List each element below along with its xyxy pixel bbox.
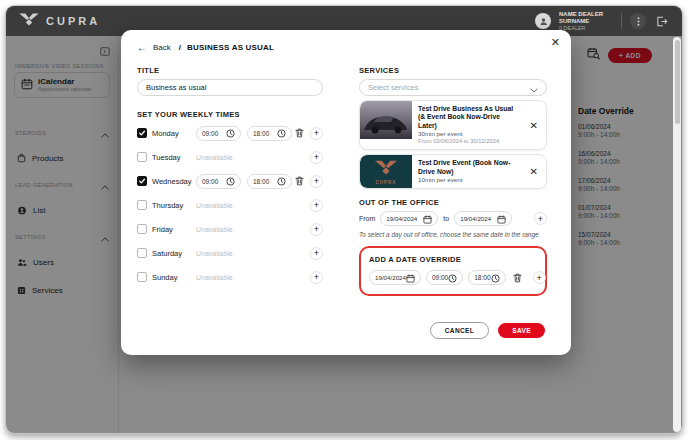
start-time-input[interactable]: 09:00: [196, 174, 241, 189]
clock-icon: [448, 269, 457, 287]
cupra-wordmark: CUPRA: [375, 180, 396, 185]
unavailable-text: Unavailable: [196, 274, 233, 281]
services-select[interactable]: Select services: [359, 79, 547, 96]
add-time-button[interactable]: +: [310, 247, 323, 260]
user-name: NAME DEALER SURNAME: [559, 11, 613, 25]
save-button[interactable]: SAVE: [498, 323, 545, 338]
add-time-button[interactable]: +: [310, 223, 323, 236]
day-label: Thursday: [152, 201, 196, 210]
service-card: Test Drive Business As Usual (& Event Bo…: [359, 100, 547, 150]
out-of-office-note: To select a day out of office, choose th…: [359, 231, 547, 238]
day-times: 09:0018:00: [196, 174, 293, 189]
time-value: 09:00: [202, 178, 218, 185]
page-title: BUSINESS AS USUAL: [187, 43, 274, 52]
clock-icon: [277, 172, 286, 190]
title-input[interactable]: Business as usual: [137, 79, 323, 96]
title-input-value: Business as usual: [146, 83, 206, 92]
to-date-input[interactable]: 19/04/2024: [454, 211, 512, 226]
title-label: TITLE: [137, 66, 323, 75]
weekly-day-row-tuesday: TuesdayUnavailable+: [137, 149, 323, 165]
day-times: 09:0018:00: [196, 126, 293, 141]
back-link[interactable]: Back: [153, 43, 171, 52]
unavailable-text: Unavailable: [196, 226, 233, 233]
add-out-of-office-button[interactable]: +: [534, 212, 547, 225]
override-start-value: 09:00: [432, 274, 448, 281]
weekly-day-row-saturday: SaturdayUnavailable+: [137, 245, 323, 261]
remove-service-icon[interactable]: ✕: [522, 120, 546, 131]
add-time-button[interactable]: +: [310, 151, 323, 164]
day-times: Unavailable: [196, 226, 308, 233]
unavailable-text: Unavailable: [196, 154, 233, 161]
user-meta: NAME DEALER SURNAME 0 DEALER: [559, 11, 613, 31]
trash-icon[interactable]: [295, 128, 304, 138]
chevron-down-icon: [530, 79, 538, 97]
services-select-placeholder: Select services: [368, 83, 418, 92]
start-time-input[interactable]: 09:00: [196, 126, 241, 141]
kebab-menu-icon[interactable]: [630, 13, 646, 29]
remove-service-icon[interactable]: ✕: [522, 166, 546, 177]
breadcrumb: ← Back / BUSINESS AS USUAL: [137, 42, 274, 53]
add-time-button[interactable]: +: [310, 127, 323, 140]
weekly-times-label: SET YOUR WEEKLY TIMES: [137, 110, 323, 119]
override-end-time-input[interactable]: 18:00: [468, 270, 505, 285]
day-times: Unavailable: [196, 250, 308, 257]
logout-icon[interactable]: [654, 13, 670, 29]
override-start-time-input[interactable]: 09:00: [426, 270, 463, 285]
add-date-override-label: ADD A DATE OVERRIDE: [369, 255, 537, 264]
from-date-input[interactable]: 19/04/2024: [380, 211, 438, 226]
day-checkbox[interactable]: [137, 176, 147, 186]
unavailable-text: Unavailable: [196, 250, 233, 257]
edit-availability-modal: ✕ ← Back / BUSINESS AS USUAL TITLE Busin…: [121, 30, 571, 355]
day-label: Saturday: [152, 249, 196, 258]
cupra-trident-icon: [373, 159, 399, 179]
override-date-input[interactable]: 19/04/2024: [369, 270, 421, 285]
weekly-day-row-thursday: ThursdayUnavailable+: [137, 197, 323, 213]
cancel-button[interactable]: CANCEL: [430, 322, 489, 339]
day-label: Monday: [152, 129, 196, 138]
back-arrow-icon[interactable]: ←: [137, 42, 147, 53]
calendar-icon: [497, 210, 506, 228]
end-time-input[interactable]: 18:00: [247, 126, 292, 141]
day-label: Sunday: [152, 273, 196, 282]
time-value: 09:00: [202, 130, 218, 137]
day-checkbox[interactable]: [137, 272, 147, 282]
service-date-range: From 03/06/2024 to 30/12/2024: [418, 138, 518, 145]
day-checkbox[interactable]: [137, 224, 147, 234]
override-date-value: 19/04/2024: [375, 274, 406, 281]
clock-icon: [277, 124, 286, 142]
to-label: to: [443, 215, 449, 222]
add-time-button[interactable]: +: [310, 199, 323, 212]
add-date-override-box: ADD A DATE OVERRIDE 19/04/2024 09:00 18:…: [359, 246, 547, 296]
day-label: Tuesday: [152, 153, 196, 162]
page-scrollbar[interactable]: [673, 37, 681, 432]
add-override-button[interactable]: +: [533, 271, 546, 284]
day-times: Unavailable: [196, 154, 308, 161]
calendar-icon: [423, 210, 432, 228]
trash-icon[interactable]: [513, 273, 522, 283]
day-checkbox[interactable]: [137, 200, 147, 210]
scrollbar-thumb[interactable]: [675, 40, 680, 124]
service-duration: 30min per event: [418, 130, 518, 138]
cupra-logo-thumbnail: CUPRA: [360, 155, 412, 188]
trash-icon[interactable]: [295, 176, 304, 186]
user-avatar[interactable]: [535, 13, 551, 29]
to-date-value: 19/04/2024: [460, 215, 491, 222]
add-time-button[interactable]: +: [310, 175, 323, 188]
app-window: CUPRA NAME DEALER SURNAME 0 DEALER IMMER…: [5, 5, 683, 434]
add-time-button[interactable]: +: [310, 271, 323, 284]
service-card: CUPRATest Drive Event (Book Now-Drive No…: [359, 154, 547, 189]
services-label: SERVICES: [359, 66, 547, 75]
service-title: Test Drive Event (Book Now-Drive Now): [418, 159, 518, 176]
day-checkbox[interactable]: [137, 152, 147, 162]
topbar-divider: [621, 13, 622, 29]
from-date-value: 19/04/2024: [386, 215, 417, 222]
clock-icon: [226, 172, 235, 190]
service-card-text: Test Drive Business As Usual (& Event Bo…: [412, 101, 522, 149]
day-checkbox[interactable]: [137, 128, 147, 138]
day-checkbox[interactable]: [137, 248, 147, 258]
close-icon[interactable]: ✕: [551, 37, 560, 48]
car-photo-thumbnail: [360, 101, 412, 149]
weekly-day-row-wednesday: Wednesday09:0018:00+: [137, 173, 323, 189]
end-time-input[interactable]: 18:00: [247, 174, 292, 189]
unavailable-text: Unavailable: [196, 202, 233, 209]
